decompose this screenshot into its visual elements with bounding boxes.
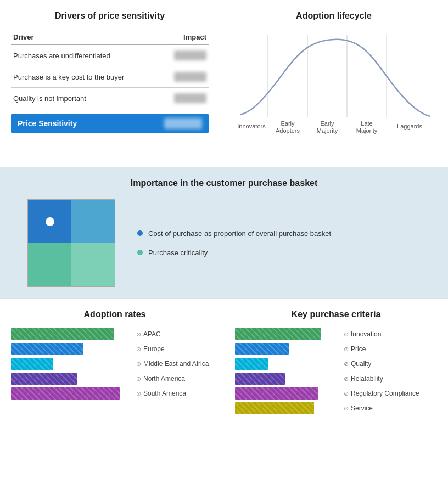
price-sensitivity-value: Medium xyxy=(164,118,202,129)
bar-label: Price xyxy=(351,345,422,353)
bar-label: Regulatory Compliance xyxy=(351,390,422,397)
bar-row: ⊘Middle East and Africa xyxy=(11,358,219,370)
bar-row: ⊘South America xyxy=(11,387,219,400)
bar-row: ⊘Innovation xyxy=(235,328,437,340)
bar-bg xyxy=(235,402,339,414)
bar-bg xyxy=(235,373,339,385)
legend-label-1: Cost of purchase as proportion of overal… xyxy=(148,229,331,238)
bar-legend-icon: ⊘ xyxy=(344,405,349,412)
bar-fill xyxy=(11,358,53,370)
bar-row: ⊘APAC xyxy=(11,328,219,340)
legend-item-2: Purchase criticality xyxy=(137,249,331,257)
bar-row: ⊘Europe xyxy=(11,343,219,355)
key-purchase-panel: Key purchase criteria ⊘Innovation⊘Price⊘… xyxy=(229,310,443,414)
driver-table: Driver Impact Purchases are undifferenti… xyxy=(11,30,209,109)
legend-dot-green xyxy=(137,250,143,255)
table-row: Purchases are undifferentiatedMedium xyxy=(11,45,209,66)
quadrant-3 xyxy=(28,243,71,286)
bar-label: APAC xyxy=(143,330,215,338)
svg-text:Innovators: Innovators xyxy=(237,123,266,130)
svg-text:Late: Late xyxy=(361,120,372,127)
bar-legend-icon: ⊘ xyxy=(344,346,349,353)
bar-fill xyxy=(235,373,285,385)
svg-text:Early: Early xyxy=(281,120,295,127)
legend-dot-blue xyxy=(137,230,143,236)
quadrant-legend: Cost of purchase as proportion of overal… xyxy=(137,229,331,257)
driver-header: Driver xyxy=(11,30,161,45)
key-purchase-title: Key purchase criteria xyxy=(235,310,437,319)
price-sensitivity-row[interactable]: Price Sensitivity Medium xyxy=(11,114,209,133)
bar-legend-icon: ⊘ xyxy=(344,331,349,338)
driver-cell: Quality is not important xyxy=(11,88,161,109)
svg-text:Adopters: Adopters xyxy=(276,127,300,134)
bar-legend-icon: ⊘ xyxy=(344,375,349,383)
bar-fill xyxy=(235,343,289,355)
bar-fill xyxy=(11,343,83,355)
table-row: Quality is not importantMedium xyxy=(11,88,209,109)
quadrant-dot xyxy=(46,217,54,226)
bar-fill xyxy=(235,358,268,370)
bar-bg xyxy=(235,328,339,340)
bar-label: North America xyxy=(143,375,215,383)
bar-row: ⊘Relatability xyxy=(235,373,437,385)
price-sensitivity-label: Price Sensitivity xyxy=(18,119,77,128)
bar-label: Middle East and Africa xyxy=(143,360,215,368)
bar-bg xyxy=(11,343,132,355)
bar-bg xyxy=(235,387,339,400)
bar-bg xyxy=(235,358,339,370)
adoption-svg: Innovators Early Adopters Early Majority… xyxy=(225,30,443,139)
bar-legend-icon: ⊘ xyxy=(344,390,349,397)
bar-row: ⊘Quality xyxy=(235,358,437,370)
bar-bg xyxy=(11,328,132,340)
middle-title: Importance in the customer purchase bask… xyxy=(11,178,437,188)
adoption-bars: ⊘APAC⊘Europe⊘Middle East and Africa⊘Nort… xyxy=(11,328,219,400)
bar-fill xyxy=(11,328,114,340)
bar-row: ⊘Regulatory Compliance xyxy=(235,387,437,400)
bar-legend-icon: ⊘ xyxy=(136,390,141,397)
svg-text:Laggards: Laggards xyxy=(397,123,422,130)
adoption-title: Adoption lifecycle xyxy=(225,11,443,21)
svg-text:Majority: Majority xyxy=(317,127,338,134)
bar-legend-icon: ⊘ xyxy=(136,361,141,368)
bar-label: South America xyxy=(143,390,215,397)
key-bars: ⊘Innovation⊘Price⊘Quality⊘Relatability⊘R… xyxy=(235,328,437,414)
bar-bg xyxy=(11,373,132,385)
bar-legend-icon: ⊘ xyxy=(136,375,141,383)
bar-row: ⊘Price xyxy=(235,343,437,355)
middle-section: Importance in the customer purchase bask… xyxy=(0,167,448,298)
legend-label-2: Purchase criticality xyxy=(148,249,208,257)
bar-row: ⊘North America xyxy=(11,373,219,385)
impact-cell: Medium xyxy=(161,45,209,66)
bar-legend-icon: ⊘ xyxy=(136,346,141,353)
bar-label: Quality xyxy=(351,360,422,368)
middle-content: Cost of purchase as proportion of overal… xyxy=(11,199,437,287)
impact-cell: Medium xyxy=(161,66,209,88)
bar-label: Innovation xyxy=(351,330,422,338)
table-row: Purchase is a key cost to the buyerMediu… xyxy=(11,66,209,88)
impact-header: Impact xyxy=(161,30,209,45)
bar-label: Relatability xyxy=(351,375,422,383)
drivers-title: Drivers of price sensitivity xyxy=(11,11,209,21)
adoption-rates-title: Adoption rates xyxy=(11,310,219,319)
bar-fill xyxy=(235,328,321,340)
bar-bg xyxy=(235,343,339,355)
impact-cell: Medium xyxy=(161,88,209,109)
adoption-rates-panel: Adoption rates ⊘APAC⊘Europe⊘Middle East … xyxy=(5,310,224,414)
drivers-panel: Drivers of price sensitivity Driver Impa… xyxy=(0,5,220,161)
bar-bg xyxy=(11,358,132,370)
svg-text:Majority: Majority xyxy=(356,127,378,134)
bar-label: Europe xyxy=(143,345,215,353)
svg-text:Early: Early xyxy=(320,120,334,127)
bar-fill xyxy=(11,387,120,400)
bar-legend-icon: ⊘ xyxy=(136,331,141,338)
adoption-lifecycle-panel: Adoption lifecycle Innovators Early Adop… xyxy=(220,5,448,161)
quadrant-4 xyxy=(71,243,115,286)
legend-item-1: Cost of purchase as proportion of overal… xyxy=(137,229,331,238)
bar-fill xyxy=(235,402,314,414)
quadrant-2 xyxy=(71,200,115,243)
bar-label: Service xyxy=(351,404,422,412)
bar-fill xyxy=(235,387,318,400)
driver-cell: Purchases are undifferentiated xyxy=(11,45,161,66)
bottom-section: Adoption rates ⊘APAC⊘Europe⊘Middle East … xyxy=(0,298,448,425)
adoption-chart: Innovators Early Adopters Early Majority… xyxy=(225,30,443,156)
